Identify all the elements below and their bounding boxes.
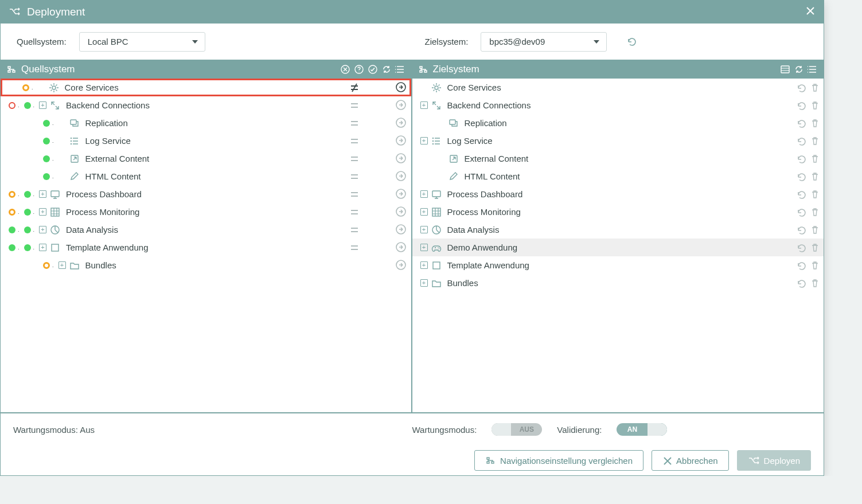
extern-icon	[448, 154, 459, 164]
target-row[interactable]: External Content	[412, 150, 824, 167]
delete-row-button[interactable]	[810, 83, 820, 93]
source-row[interactable]: . External Content	[1, 150, 411, 167]
undo-row-button[interactable]	[796, 171, 806, 182]
tgt-tool-refresh[interactable]	[794, 64, 804, 75]
nav-compare-label: Navigationseinstellung vergleichen	[500, 456, 633, 466]
source-tree[interactable]: . Core Services .. + Backend Connections	[1, 79, 411, 412]
src-tool-ok[interactable]	[368, 64, 378, 75]
expand-toggle[interactable]: +	[39, 101, 46, 109]
src-tool-cancel[interactable]	[340, 64, 350, 75]
target-row[interactable]: + Bundles	[412, 274, 824, 292]
source-select[interactable]: Local BPC	[79, 32, 205, 52]
source-row[interactable]: .. + Process Dashboard	[1, 185, 411, 203]
deploy-row-button[interactable]	[395, 99, 408, 112]
target-reset-button[interactable]	[626, 36, 639, 48]
deploy-row-button[interactable]	[395, 206, 408, 218]
deploy-button[interactable]: Deployen	[737, 450, 811, 471]
delete-row-button[interactable]	[810, 118, 820, 128]
target-row[interactable]: + Process Dashboard	[412, 185, 824, 203]
source-row[interactable]: . HTML Content	[1, 167, 411, 185]
target-label: Zielsystem:	[425, 37, 469, 46]
delete-row-button[interactable]	[810, 225, 820, 235]
source-row[interactable]: . Replication	[1, 114, 411, 132]
delete-row-button[interactable]	[810, 278, 820, 288]
target-row[interactable]: HTML Content	[412, 167, 824, 185]
deploy-row-button[interactable]	[395, 153, 408, 165]
undo-row-button[interactable]	[796, 207, 806, 217]
shuffle-icon	[748, 455, 759, 466]
deploy-row-button[interactable]	[395, 241, 408, 254]
source-row[interactable]: . + Bundles	[1, 256, 411, 274]
deploy-row-button[interactable]	[395, 188, 408, 201]
maintenance-toggle[interactable]: AUS	[492, 423, 542, 436]
expand-toggle[interactable]: +	[420, 208, 428, 216]
deploy-row-button[interactable]	[395, 224, 408, 236]
expand-toggle[interactable]: +	[420, 226, 428, 233]
target-panel: Zielsystem Core Services +	[412, 60, 824, 412]
target-row[interactable]: Replication	[412, 114, 824, 132]
undo-row-button[interactable]	[796, 100, 806, 111]
expand-toggle[interactable]: +	[39, 244, 46, 251]
src-tool-refresh[interactable]	[381, 64, 392, 75]
expand-toggle[interactable]: +	[420, 279, 428, 287]
target-panel-header: Zielsystem	[412, 60, 824, 79]
undo-row-button[interactable]	[796, 83, 806, 93]
expand-toggle[interactable]: +	[58, 261, 66, 269]
status-dot-inner	[24, 102, 31, 109]
expand-toggle[interactable]: +	[39, 190, 46, 198]
undo-row-button[interactable]	[796, 278, 806, 288]
target-select[interactable]: bpc35@dev09	[481, 32, 607, 52]
delete-row-button[interactable]	[810, 154, 820, 164]
undo-row-button[interactable]	[796, 189, 806, 200]
delete-row-button[interactable]	[810, 100, 820, 111]
target-row[interactable]: Core Services	[412, 79, 824, 96]
target-tree[interactable]: Core Services + Backend Connections Repl…	[412, 79, 824, 412]
tgt-tool-collapse[interactable]	[808, 64, 818, 75]
expand-toggle[interactable]: +	[420, 137, 428, 144]
source-row[interactable]: .. + Data Analysis	[1, 221, 411, 239]
deploy-row-button[interactable]	[395, 117, 408, 130]
expand-toggle[interactable]: +	[39, 226, 46, 233]
delete-row-button[interactable]	[810, 260, 820, 271]
source-row[interactable]: .. + Process Monitoring	[1, 203, 411, 221]
source-row[interactable]: .. + Backend Connections	[1, 96, 411, 114]
deploy-row-button[interactable]	[395, 170, 408, 183]
tgt-tool-list[interactable]	[780, 64, 790, 75]
expand-toggle[interactable]: +	[420, 261, 428, 269]
delete-row-button[interactable]	[810, 136, 820, 146]
undo-row-button[interactable]	[796, 118, 806, 128]
deploy-row-button[interactable]	[395, 81, 408, 94]
status-dot-inner	[43, 173, 50, 180]
undo-row-button[interactable]	[796, 154, 806, 164]
expand-toggle[interactable]: +	[420, 101, 428, 109]
target-row[interactable]: + Template Anwendung	[412, 256, 824, 274]
close-button[interactable]	[805, 6, 816, 19]
expand-toggle[interactable]: +	[420, 190, 428, 198]
expand-toggle[interactable]: +	[39, 208, 46, 216]
cancel-button[interactable]: Abbrechen	[652, 450, 729, 471]
target-row[interactable]: + Log Service	[412, 132, 824, 150]
validation-toggle[interactable]: AN	[617, 423, 667, 436]
target-row[interactable]: + Data Analysis	[412, 221, 824, 239]
undo-row-button[interactable]	[796, 225, 806, 235]
delete-row-button[interactable]	[810, 189, 820, 200]
expand-icon	[431, 100, 442, 111]
deploy-row-button[interactable]	[395, 259, 408, 272]
undo-row-button[interactable]	[796, 243, 806, 253]
source-row[interactable]: . Core Services	[1, 79, 411, 96]
delete-row-button[interactable]	[810, 171, 820, 182]
source-row[interactable]: . Log Service	[1, 132, 411, 150]
expand-toggle[interactable]: +	[420, 244, 428, 251]
undo-row-button[interactable]	[796, 136, 806, 146]
src-tool-help[interactable]	[354, 64, 364, 75]
target-row[interactable]: + Process Monitoring	[412, 203, 824, 221]
target-row[interactable]: + Backend Connections	[412, 96, 824, 114]
undo-row-button[interactable]	[796, 260, 806, 271]
source-row[interactable]: .. + Template Anwendung	[1, 239, 411, 256]
delete-row-button[interactable]	[810, 207, 820, 217]
delete-row-button[interactable]	[810, 243, 820, 253]
target-row[interactable]: + Demo Anwendung	[412, 239, 824, 256]
nav-compare-button[interactable]: Navigationseinstellung vergleichen	[474, 450, 643, 471]
src-tool-collapse[interactable]	[395, 64, 405, 75]
deploy-row-button[interactable]	[395, 135, 408, 147]
